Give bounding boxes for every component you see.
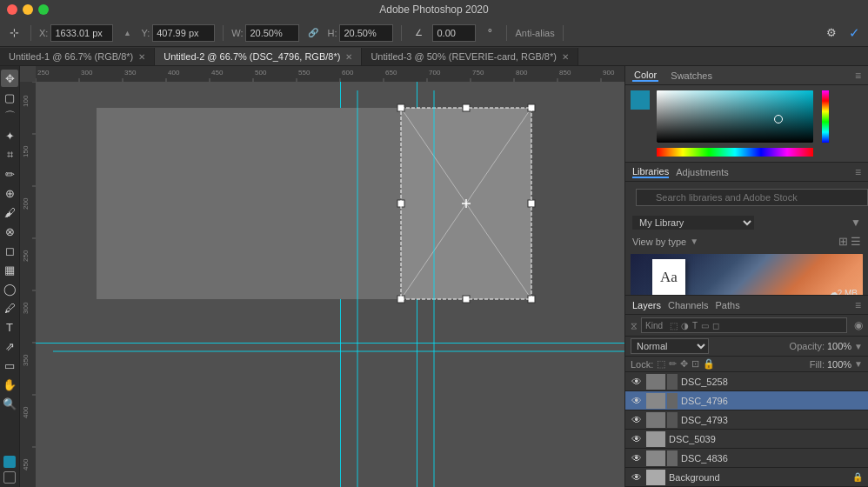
fill-value[interactable]: 100%: [827, 359, 851, 370]
eraser-tool[interactable]: ◻: [1, 242, 18, 259]
x-input[interactable]: [50, 24, 113, 42]
pen-tool[interactable]: 🖊: [1, 299, 18, 317]
layer-row-dsc5258[interactable]: 👁 DSC_5258: [625, 372, 868, 391]
close-button[interactable]: [7, 4, 17, 15]
tab-color[interactable]: Color: [632, 70, 658, 82]
blend-mode-select[interactable]: Normal: [631, 338, 709, 354]
filter-toggle[interactable]: ◉: [854, 319, 863, 331]
panel-close-icon[interactable]: ≡: [855, 70, 861, 82]
library-search-input[interactable]: [636, 189, 868, 206]
layer-visibility-2[interactable]: 👁: [631, 414, 643, 426]
tab-1-close[interactable]: ✕: [345, 52, 352, 62]
heal-tool[interactable]: ⊕: [1, 184, 18, 202]
chain-icon[interactable]: 🔗: [304, 24, 322, 42]
lock-position-icon[interactable]: ✥: [680, 358, 688, 370]
lock-artboard-icon[interactable]: ⊡: [691, 358, 699, 370]
layer-thumb-0: [646, 374, 665, 390]
library-selector-chevron[interactable]: ▼: [851, 217, 861, 229]
lock-transparent-icon[interactable]: ⬚: [657, 358, 665, 370]
text-filter-icon[interactable]: T: [692, 321, 698, 330]
tab-1[interactable]: Untitled-2 @ 66.7% (DSC_4796, RGB/8*) ✕: [155, 48, 362, 65]
lasso-tool[interactable]: ⌒: [1, 108, 18, 125]
lock-pixels-icon[interactable]: ✏: [669, 358, 677, 370]
h-input[interactable]: [339, 24, 393, 42]
move-tool[interactable]: ✥: [1, 70, 18, 87]
color-picker-circle[interactable]: [774, 115, 783, 123]
tab-2-close[interactable]: ✕: [562, 52, 569, 62]
tab-0-close[interactable]: ✕: [138, 52, 145, 62]
marquee-tool[interactable]: ▢: [1, 89, 18, 106]
gradient-tool[interactable]: ▦: [1, 261, 18, 278]
move-tool-icon[interactable]: ⊹: [5, 24, 23, 42]
foreground-color-swatch[interactable]: [631, 90, 650, 110]
smart-filter-icon[interactable]: ◻: [712, 321, 719, 330]
list-view-icon[interactable]: ☰: [851, 235, 861, 248]
fg-color[interactable]: [3, 456, 16, 468]
clone-tool[interactable]: ⊗: [1, 223, 18, 240]
y-input[interactable]: [152, 24, 215, 42]
layer-row-background[interactable]: 👁 Background 🔒: [625, 468, 868, 487]
path-tool[interactable]: ⇗: [1, 337, 18, 355]
svg-text:600: 600: [342, 69, 354, 77]
libraries-menu-icon[interactable]: ≡: [855, 166, 861, 178]
saturation-slider[interactable]: [822, 90, 829, 143]
tab-0[interactable]: Untitled-1 @ 66.7% (RGB/8*) ✕: [0, 48, 155, 65]
shape-tool[interactable]: ▭: [1, 357, 18, 374]
minimize-button[interactable]: [23, 4, 33, 15]
zoom-tool[interactable]: 🔍: [1, 395, 18, 412]
angle-input[interactable]: [432, 24, 476, 42]
grid-view-icon[interactable]: ⊞: [838, 235, 848, 248]
svg-text:900: 900: [603, 69, 615, 77]
layer-row-dsc4793[interactable]: 👁 DSC_4793: [625, 410, 868, 430]
opacity-chevron[interactable]: ▼: [854, 342, 863, 351]
layer-row-dsc4836[interactable]: 👁 DSC_4836: [625, 449, 868, 468]
canvas-area[interactable]: 250 300 350 400 450 500 550 600 650 700: [20, 66, 624, 487]
opacity-value[interactable]: 100%: [827, 341, 851, 351]
fill-chevron[interactable]: ▼: [854, 359, 863, 369]
tab-libraries[interactable]: Libraries: [632, 166, 669, 178]
color-gradient-picker[interactable]: [657, 90, 813, 143]
adjustment-icon[interactable]: ◑: [681, 321, 689, 330]
layer-row-dsc4796[interactable]: 👁 DSC_4796: [625, 391, 868, 410]
layers-menu-icon[interactable]: ≡: [855, 299, 861, 311]
hand-tool[interactable]: ✋: [1, 376, 18, 393]
layer-visibility-5[interactable]: 👁: [631, 471, 643, 484]
text-tool[interactable]: T: [1, 318, 18, 336]
tab-swatches[interactable]: Swatches: [669, 70, 714, 81]
tab-layers[interactable]: Layers: [632, 300, 661, 310]
fill-label: Fill:: [810, 359, 825, 370]
tab-2-label: Untitled-3 @ 50% (REVERIE-card, RGB/8*): [371, 51, 557, 62]
tab-channels[interactable]: Channels: [668, 300, 708, 310]
tab-paths[interactable]: Paths: [716, 300, 740, 310]
layer-visibility-4[interactable]: 👁: [631, 452, 643, 464]
tab-adjustments[interactable]: Adjustments: [676, 167, 729, 177]
maximize-button[interactable]: [38, 4, 49, 15]
lock-all-icon[interactable]: 🔒: [703, 358, 715, 370]
layer-visibility-1[interactable]: 👁: [631, 395, 643, 407]
kind-filter[interactable]: Kind ⬚ ◑ T ▭ ◻: [641, 317, 847, 333]
options-icon[interactable]: ⚙: [823, 24, 840, 42]
view-by-chevron[interactable]: ▼: [690, 237, 698, 246]
confirm-icon[interactable]: ✓: [845, 24, 863, 42]
bg-color[interactable]: [3, 471, 16, 484]
hue-slider[interactable]: [657, 148, 813, 157]
pixel-icon[interactable]: ⬚: [670, 321, 678, 330]
eyedropper-tool[interactable]: ✏: [1, 165, 18, 183]
w-input[interactable]: [245, 24, 299, 42]
layer-row-dsc5039[interactable]: 👁 DSC_5039: [625, 430, 868, 449]
library-thumb-image[interactable]: Aa ☁ 2 MB: [631, 254, 863, 295]
window-controls[interactable]: [7, 4, 49, 15]
magic-wand-tool[interactable]: ✦: [1, 127, 18, 144]
crop-tool[interactable]: ⌗: [1, 146, 18, 163]
layer-visibility-0[interactable]: 👁: [631, 376, 643, 388]
color-picker-area: [625, 85, 868, 163]
library-select[interactable]: My Library: [632, 216, 754, 230]
canvas-background[interactable]: [36, 82, 624, 487]
dodge-tool[interactable]: ◯: [1, 280, 18, 297]
svg-text:300: 300: [22, 302, 30, 314]
tab-2[interactable]: Untitled-3 @ 50% (REVERIE-card, RGB/8*) …: [362, 48, 578, 65]
layer-visibility-3[interactable]: 👁: [631, 433, 643, 445]
svg-text:350: 350: [124, 69, 137, 77]
shape-filter-icon[interactable]: ▭: [701, 321, 709, 330]
brush-tool[interactable]: 🖌: [1, 203, 18, 221]
